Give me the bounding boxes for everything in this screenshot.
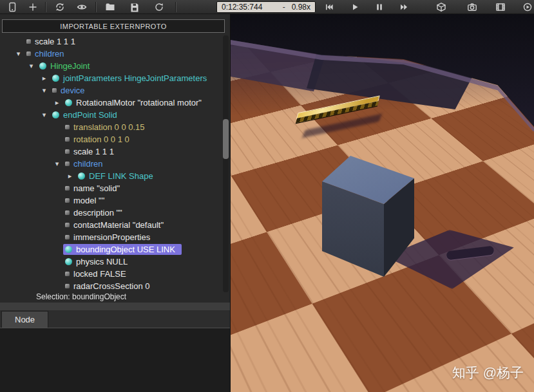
save-button[interactable]: [126, 1, 143, 14]
tree-row[interactable]: physics NULL: [0, 256, 221, 268]
streaming-icon: [522, 2, 533, 12]
tree-item-label: immersionProperties: [73, 233, 150, 241]
scene-tree: scale 1 1 1 children HingeJoint jointPar…: [0, 35, 221, 292]
tree-scrollbar-track[interactable]: [223, 35, 229, 292]
camera-icon: [467, 2, 477, 12]
tree-item-label: translation 0 0 0.15: [73, 123, 145, 131]
tree-item-label: children: [73, 160, 103, 168]
reload-icon: [154, 2, 164, 12]
time-speed-dash: -: [283, 3, 285, 12]
field-dot-icon: [65, 198, 70, 203]
field-dot-icon: [52, 88, 57, 93]
tree-row[interactable]: description "": [0, 207, 221, 219]
tree-item-label: model "": [73, 196, 104, 205]
chevron-right-icon[interactable]: [40, 75, 48, 82]
tree-row[interactable]: HingeJoint: [0, 60, 221, 72]
selection-status: Selection: boundingObject: [0, 292, 230, 303]
tree-item-label: device: [61, 86, 85, 95]
panel-splitter[interactable]: [0, 303, 230, 310]
add-node-button[interactable]: [24, 1, 41, 14]
chevron-down-icon[interactable]: [53, 160, 61, 167]
node-dot-icon: [78, 173, 85, 180]
field-dot-icon: [65, 137, 70, 142]
tree-item-label: contactMaterial "default": [73, 221, 164, 229]
robot-window-button[interactable]: [4, 1, 21, 14]
tab-node[interactable]: Node: [1, 311, 48, 328]
tree-item-label: physics NULL: [76, 257, 128, 266]
solid-view-button[interactable]: [433, 1, 450, 14]
node-dot-icon: [65, 246, 72, 253]
tree-item-label: description "": [73, 209, 122, 217]
tree-row-selected[interactable]: boundingObject USE LINK: [0, 243, 221, 256]
field-dot-icon: [65, 223, 70, 227]
robot-window-icon: [7, 2, 17, 12]
tree-row[interactable]: device: [0, 84, 221, 97]
tree-row[interactable]: contactMaterial "default": [0, 219, 221, 231]
fast-forward-button[interactable]: [396, 1, 412, 14]
field-dot-icon: [65, 284, 70, 288]
field-dot-icon: [26, 51, 31, 56]
tree-item-label: boundingObject USE LINK: [76, 245, 175, 254]
viewpoint-button[interactable]: [73, 1, 90, 14]
tree-row[interactable]: model "": [0, 194, 221, 207]
tree-item-label: jointParameters HingeJointParameters: [63, 74, 207, 82]
solid-cube: [321, 154, 416, 279]
chevron-down-icon[interactable]: [40, 87, 48, 94]
pause-icon: [374, 2, 385, 12]
tree-row[interactable]: DEF LINK Shape: [0, 170, 221, 182]
open-file-button[interactable]: [102, 1, 119, 14]
node-panel-content: [0, 328, 230, 392]
chevron-right-icon[interactable]: [66, 173, 74, 180]
orbit-view-button[interactable]: [52, 1, 68, 14]
bottom-tabbar: Node: [0, 310, 230, 328]
webots-window: 0:12:35:744 - 0.98x: [0, 0, 534, 392]
chevron-down-icon[interactable]: [40, 111, 48, 118]
screenshot-button[interactable]: [464, 1, 481, 14]
tree-row[interactable]: endPoint Solid: [0, 109, 221, 121]
tree-row[interactable]: radarCrossSection 0: [0, 280, 221, 292]
field-dot-icon: [65, 186, 70, 191]
toolbar-separator: [175, 2, 176, 12]
streaming-button[interactable]: [519, 1, 534, 14]
chevron-down-icon[interactable]: [27, 62, 35, 70]
pause-button[interactable]: [371, 1, 388, 14]
tree-row[interactable]: scale 1 1 1: [0, 145, 221, 158]
node-dot-icon: [65, 258, 72, 265]
watermark: 知乎 @杨子: [452, 364, 524, 382]
tree-scrollbar-thumb[interactable]: [223, 119, 229, 159]
simulation-3d-view[interactable]: 知乎 @杨子: [231, 14, 534, 392]
chevron-right-icon[interactable]: [53, 99, 61, 106]
tree-item-label: scale 1 1 1: [35, 37, 75, 46]
tree-row[interactable]: scale 1 1 1: [0, 35, 221, 48]
chevron-down-icon[interactable]: [14, 50, 23, 57]
orbit-icon: [55, 2, 65, 12]
field-dot-icon: [65, 149, 70, 154]
tree-row[interactable]: name "solid": [0, 182, 221, 194]
movie-record-button[interactable]: [492, 1, 509, 14]
tree-row[interactable]: immersionProperties: [0, 231, 221, 243]
tree-item-label: radarCrossSection 0: [73, 282, 150, 290]
revert-button[interactable]: [151, 1, 167, 14]
tree-row[interactable]: children: [0, 48, 221, 60]
main-toolbar: 0:12:35:744 - 0.98x: [0, 0, 534, 14]
toolbar-separator: [95, 2, 96, 12]
tree-row[interactable]: RotationalMotor "rotational motor": [0, 97, 221, 109]
tree-row[interactable]: jointParameters HingeJointParameters: [0, 72, 221, 84]
field-dot-icon: [26, 39, 31, 44]
rewind-button[interactable]: [321, 1, 338, 14]
speed-value: 0.98x: [292, 3, 310, 12]
tree-item-label: rotation 0 0 1 0: [73, 135, 129, 144]
real-time-play-button[interactable]: [347, 1, 363, 14]
field-dot-icon: [65, 162, 70, 166]
tree-row[interactable]: locked FALSE: [0, 268, 221, 280]
film-icon: [495, 2, 506, 12]
tree-item-label: RotationalMotor "rotational motor": [76, 98, 202, 107]
scene-tree-panel: IMPORTABLE EXTERNPROTO scale 1 1 1 child…: [0, 14, 231, 392]
tree-item-label: endPoint Solid: [63, 111, 117, 119]
importable-externproto-button[interactable]: IMPORTABLE EXTERNPROTO: [2, 19, 225, 33]
node-dot-icon: [52, 75, 59, 82]
tree-row[interactable]: rotation 0 0 1 0: [0, 133, 221, 145]
tree-row[interactable]: translation 0 0 0.15: [0, 121, 221, 133]
tree-row[interactable]: children: [0, 158, 221, 170]
node-dot-icon: [39, 62, 46, 70]
